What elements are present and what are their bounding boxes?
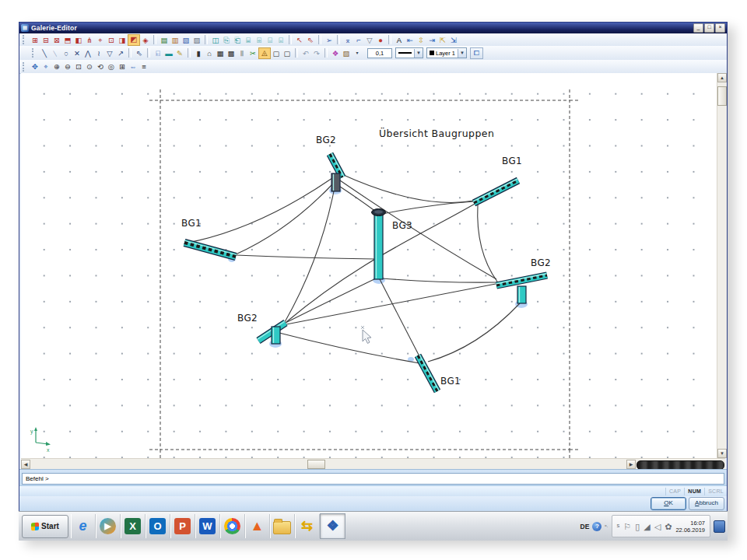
cable-mast-bottom[interactable] [380,279,420,358]
cable-top-leftbeam[interactable] [236,184,333,254]
line-width-input[interactable]: 0,1 [367,48,392,58]
pan-icon[interactable]: ✥ [30,61,40,72]
taskbar-app-outlook[interactable]: O [146,514,170,538]
triangle-icon[interactable]: ▽ [104,48,115,58]
horizontal-scroll-thumb[interactable] [307,460,325,469]
save-icon[interactable]: ▤ [159,35,170,45]
panel-grid-icon[interactable]: ▦ [215,48,226,58]
edge-left-top[interactable] [188,178,332,243]
taskbar-app-cad-app[interactable]: ❖ [320,513,345,539]
flag-icon[interactable]: ⚐ [623,521,631,532]
zoom-scale-icon[interactable]: ⊞ [117,61,128,72]
node-diamond-icon[interactable]: ◈ [140,35,151,45]
command-input[interactable]: Befehl > [22,473,724,485]
taskbar-app-file-manager[interactable] [270,514,295,538]
line-style-select[interactable]: ▼ [395,47,423,58]
zoom-window-icon[interactable]: ⊡ [73,61,84,72]
columns-icon[interactable]: ⫴ [237,48,247,58]
volume-icon[interactable]: ◁ [654,521,661,532]
leader-icon[interactable]: ↗ [115,48,126,58]
point-red-icon[interactable]: ● [375,35,386,45]
hook-icon[interactable]: ⌐ [353,35,364,45]
pick-red-icon[interactable]: ↖ [294,35,305,45]
label-bg3[interactable]: BG3 [392,220,412,231]
import-icon[interactable]: ▧ [181,35,191,45]
structure-drawing[interactable]: yx [21,73,717,458]
taskbar-app-powerpoint[interactable]: P [170,514,195,538]
label-bg2-top[interactable]: BG2 [316,135,336,145]
node-target-icon[interactable]: ⌖ [95,35,106,45]
pen-icon[interactable]: ✎ [174,48,185,58]
show-desktop-button[interactable] [714,520,725,533]
ok-button[interactable]: OK [651,497,686,510]
dim-horizontal-icon[interactable]: ⇤ [405,35,416,45]
zoom-extents-icon[interactable]: ⊙ [84,61,95,72]
label-bg2-right[interactable]: BG2 [531,257,551,268]
select-plus-icon[interactable]: ⇖ [134,48,145,58]
dim-radius-icon[interactable]: ⇲ [448,35,459,45]
toolbar-grip[interactable] [23,35,26,44]
taskbar-app-vlc[interactable]: ▲ [245,514,270,538]
scroll-left-button[interactable]: ◀ [21,460,30,469]
undo-icon[interactable]: ↶ [300,48,311,58]
clip-copy-icon[interactable]: ◫ [210,35,221,45]
export-icon[interactable]: ▥ [170,35,181,45]
post-bg2-top[interactable] [331,173,340,191]
zoom-in-icon[interactable]: ⊕ [51,61,62,72]
scroll-up-button[interactable]: ▲ [717,73,727,82]
snap-active-icon[interactable]: ◬ [258,47,271,59]
vertical-scroll-thumb[interactable] [717,86,727,106]
node-insert-icon[interactable]: ⊞ [30,35,40,45]
print-icon[interactable]: ▨ [191,35,202,45]
fill-dropdown-icon[interactable]: ▨ [341,48,352,58]
verify-icon[interactable]: ⍇ [153,48,163,58]
language-indicator[interactable]: DE [580,523,590,530]
house-icon[interactable]: ⌂ [204,48,215,58]
layer-list-icon[interactable]: ≡ [139,61,149,72]
node-box-icon[interactable]: ⊡ [106,35,117,45]
clip-a-icon[interactable]: ⌸ [243,35,254,45]
frame-b-icon[interactable]: ▢ [282,48,293,58]
taskbar-app-excel[interactable]: X [121,514,146,538]
close-button[interactable]: × [715,23,725,33]
layer-manager-button[interactable]: ⧠ [470,47,483,59]
scroll-down-button[interactable]: ▼ [717,449,727,458]
fill-dropdown-arrow-icon[interactable]: ▾ [352,48,363,58]
cable-top-mast[interactable] [338,185,376,212]
chevron-down-icon[interactable]: ▼ [414,49,423,58]
layer-select[interactable]: Layer 1 ▼ [426,47,467,58]
edge-top-topright[interactable] [340,173,474,202]
cable-bottomleft-right[interactable] [286,284,496,324]
beam-bg1-bottom[interactable] [418,355,439,391]
shield-icon[interactable]: ▽ [364,35,375,45]
node-half-icon[interactable]: ⬒ [62,35,73,45]
clip-b-icon[interactable]: ⌹ [254,35,265,45]
mast-bg3[interactable] [372,209,386,280]
taskbar-app-chrome[interactable] [220,514,245,538]
circle-icon[interactable]: ○ [61,48,72,58]
post-bg2-right[interactable] [517,286,526,303]
node-remove-icon[interactable]: ⊟ [40,35,51,45]
dim-vertical-icon[interactable]: ⇳ [416,35,426,45]
beam-bg2-right[interactable] [496,274,547,285]
post-bg2-bottomleft[interactable] [272,327,280,344]
beam-bg1-left[interactable] [184,241,237,257]
minimize-button[interactable]: _ [693,23,703,33]
cut-green-icon[interactable]: ✂ [247,48,258,58]
text-tool-icon[interactable]: A [394,35,405,45]
node-fill-icon[interactable]: ◨ [117,35,128,45]
zoom-out-icon[interactable]: ⊖ [62,61,73,72]
pan-horizontal-icon[interactable]: ⇔ [128,61,139,72]
taskbar-app-media-player[interactable]: ▶ [96,514,121,538]
drawing-title[interactable]: Übersicht Baugruppen [379,128,494,139]
clip-dup-icon[interactable]: ⎘ [221,35,232,45]
health-icon[interactable]: ✿ [665,521,672,532]
horizontal-scrollbar[interactable]: ◀ ▶ [21,458,725,470]
scroll-right-button[interactable]: ▶ [626,460,636,469]
title-bar[interactable]: ▦ Galerie-Editor _ □ × [19,23,727,33]
node-fork-icon[interactable]: ⋔ [84,35,95,45]
redo-icon[interactable]: ↷ [311,48,322,58]
line-point-icon[interactable]: ﹨ [50,48,61,58]
frame-a-icon[interactable]: ▢ [271,48,282,58]
zoom-previous-icon[interactable]: ⟲ [95,61,106,72]
